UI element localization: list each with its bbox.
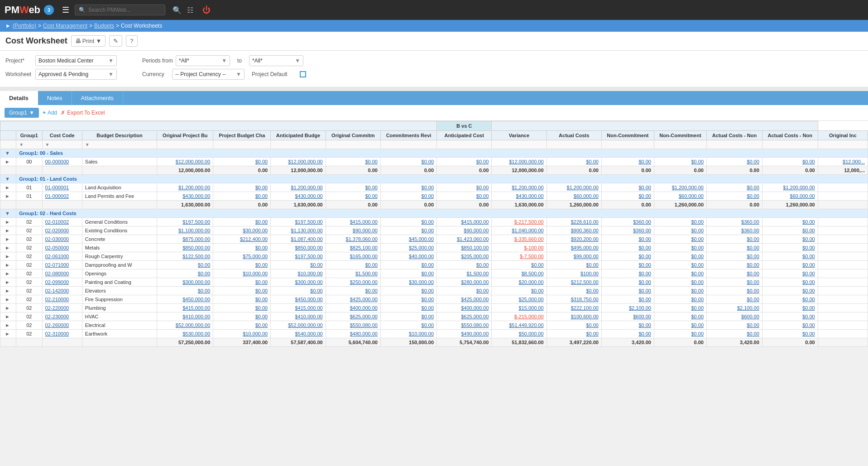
row-actual[interactable]: $900,360.00	[547, 226, 601, 235]
row-expand[interactable]: ►	[0, 312, 16, 321]
row-expand[interactable]: ►	[0, 158, 16, 166]
row-act-non1[interactable]: $0.00	[707, 295, 762, 304]
hamburger-icon[interactable]: ☰	[62, 5, 69, 15]
breadcrumb-cost-mgmt[interactable]: Cost Management	[43, 23, 87, 29]
row-actual[interactable]: $222,100.00	[547, 304, 601, 312]
row-comm-rev[interactable]: $0.00	[380, 304, 436, 312]
row-orig-inc[interactable]	[818, 244, 868, 252]
row-orig-comm[interactable]: $1,500.00	[326, 269, 380, 278]
row-ant-budg[interactable]: $410,000.00	[271, 312, 326, 321]
row-expand[interactable]: ►	[0, 252, 16, 261]
row-ant-budg[interactable]: $430,000.00	[271, 192, 326, 201]
row-non-comm1[interactable]: $0.00	[601, 192, 654, 201]
row-orig-proj[interactable]: $0.00	[157, 269, 213, 278]
row-comm-rev[interactable]: $0.00	[380, 158, 436, 166]
row-proj-chg[interactable]: $0.00	[213, 312, 271, 321]
row-orig-inc[interactable]	[818, 261, 868, 269]
row-ant-budg[interactable]: $540,000.00	[271, 330, 326, 338]
row-orig-comm[interactable]: $480,000.00	[326, 330, 380, 338]
row-ant-cost[interactable]: $0.00	[437, 158, 492, 166]
row-act-non1[interactable]: $0.00	[707, 252, 762, 261]
row-act-non2[interactable]: $0.00	[762, 252, 818, 261]
row-ant-budg[interactable]: $10,000.00	[271, 269, 326, 278]
row-actual[interactable]: $228,610.00	[547, 218, 601, 226]
row-orig-comm[interactable]: $0.00	[326, 183, 380, 192]
row-act-non1[interactable]: $2,100.00	[707, 304, 762, 312]
row-comm-rev[interactable]: $0.00	[380, 269, 436, 278]
breadcrumb-portfolio[interactable]: (Portfolio)	[13, 23, 36, 29]
row-ant-budg[interactable]: $450,000.00	[271, 295, 326, 304]
row-proj-chg[interactable]: $0.00	[213, 278, 271, 287]
power-icon[interactable]: ⏻	[202, 5, 211, 15]
row-variance[interactable]: $1,040,000.00	[492, 226, 547, 235]
row-act-non2[interactable]: $0.00	[762, 226, 818, 235]
row-orig-comm[interactable]: $165,000.00	[326, 252, 380, 261]
row-proj-chg[interactable]: $10,000.00	[213, 330, 271, 338]
breadcrumb-budgets[interactable]: Budgets	[94, 23, 114, 29]
row-actual[interactable]: $495,000.00	[547, 244, 601, 252]
search-icon-nav[interactable]: 🔍	[173, 6, 182, 14]
row-orig-inc[interactable]	[818, 330, 868, 338]
row-comm-rev[interactable]: $0.00	[380, 183, 436, 192]
row-non-comm1[interactable]: $0.00	[601, 330, 654, 338]
row-act-non2[interactable]: $0.00	[762, 261, 818, 269]
row-orig-comm[interactable]: $550,080.00	[326, 321, 380, 330]
row-ant-cost[interactable]: $205,000.00	[437, 252, 492, 261]
row-act-non1[interactable]: $0.00	[707, 235, 762, 244]
row-ant-budg[interactable]: $0.00	[271, 287, 326, 295]
row-act-non2[interactable]: $0.00	[762, 330, 818, 338]
add-button[interactable]: + Add	[43, 110, 57, 116]
to-select[interactable]: *All* ▼	[249, 55, 303, 66]
row-act-non2[interactable]: $0.00	[762, 295, 818, 304]
row-actual[interactable]: $0.00	[547, 261, 601, 269]
row-non-comm2[interactable]: $0.00	[654, 287, 706, 295]
row-orig-proj[interactable]: $410,000.00	[157, 312, 213, 321]
row-variance[interactable]: $0.00	[492, 261, 547, 269]
row-non-comm1[interactable]: $0.00	[601, 252, 654, 261]
row-orig-comm[interactable]: $0.00	[326, 261, 380, 269]
row-orig-inc[interactable]	[818, 287, 868, 295]
row-orig-proj[interactable]: $1,200,000.00	[157, 183, 213, 192]
row-non-comm2[interactable]: $0.00	[654, 218, 706, 226]
row-variance[interactable]: $-7,500.00	[492, 252, 547, 261]
row-orig-inc[interactable]	[818, 252, 868, 261]
row-proj-chg[interactable]: $0.00	[213, 218, 271, 226]
row-orig-proj[interactable]: $12,000,000.00	[157, 158, 213, 166]
row-comm-rev[interactable]: $0.00	[380, 192, 436, 201]
row-ant-cost[interactable]: $0.00	[437, 261, 492, 269]
row-non-comm1[interactable]: $600.00	[601, 312, 654, 321]
filter-icon-group1[interactable]: ▼	[19, 142, 24, 147]
row-actual[interactable]: $60,000.00	[547, 192, 601, 201]
row-ant-cost[interactable]: $0.00	[437, 183, 492, 192]
row-non-comm1[interactable]: $0.00	[601, 295, 654, 304]
row-orig-proj[interactable]: $197,500.00	[157, 218, 213, 226]
tab-details[interactable]: Details	[0, 91, 38, 105]
filter-group1[interactable]: ▼	[16, 140, 42, 149]
row-expand[interactable]: ►	[0, 304, 16, 312]
row-ant-budg[interactable]: $415,000.00	[271, 304, 326, 312]
row-ant-budg[interactable]: $197,500.00	[271, 252, 326, 261]
row-variance[interactable]: $-217,500.00	[492, 218, 547, 226]
edit-button[interactable]: ✎	[109, 35, 122, 47]
row-expand[interactable]: ►	[0, 235, 16, 244]
row-non-comm1[interactable]: $0.00	[601, 287, 654, 295]
row-proj-chg[interactable]: $75,000.00	[213, 252, 271, 261]
row-proj-chg[interactable]: $0.00	[213, 287, 271, 295]
search-input[interactable]	[88, 7, 152, 13]
row-act-non1[interactable]: $360.00	[707, 226, 762, 235]
print-button[interactable]: 🖶 Print ▼	[71, 35, 106, 47]
row-orig-comm[interactable]: $825,100.00	[326, 244, 380, 252]
row-non-comm2[interactable]: $60,000.00	[654, 192, 706, 201]
scroll-wrapper[interactable]: B vs C Group1 Cost Code Budget Descripti…	[0, 121, 868, 347]
row-orig-comm[interactable]: $625,000.00	[326, 312, 380, 321]
row-act-non1[interactable]: $0.00	[707, 287, 762, 295]
row-ant-cost[interactable]: $850,100.00	[437, 244, 492, 252]
row-variance[interactable]: $430,000.00	[492, 192, 547, 201]
row-orig-comm[interactable]: $250,000.00	[326, 278, 380, 287]
row-actual[interactable]: $1,200,000.00	[547, 183, 601, 192]
row-act-non1[interactable]: $0.00	[707, 330, 762, 338]
row-act-non2[interactable]: $0.00	[762, 158, 818, 166]
row-actual[interactable]: $212,500.00	[547, 278, 601, 287]
row-orig-inc[interactable]: $12,000...	[818, 158, 868, 166]
row-act-non2[interactable]: $0.00	[762, 218, 818, 226]
